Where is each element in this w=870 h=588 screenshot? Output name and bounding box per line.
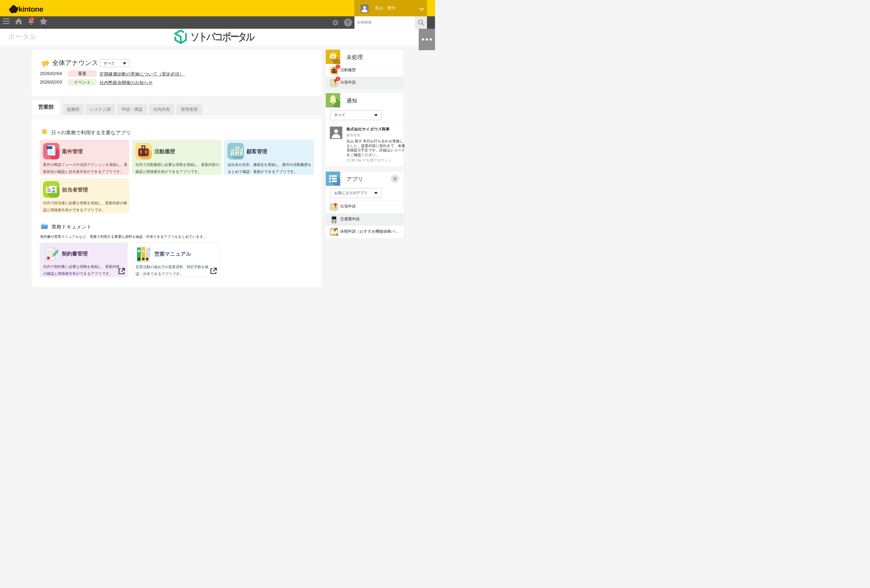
svg-text:?: ? xyxy=(346,19,350,25)
svg-text:kintone: kintone xyxy=(18,5,43,13)
